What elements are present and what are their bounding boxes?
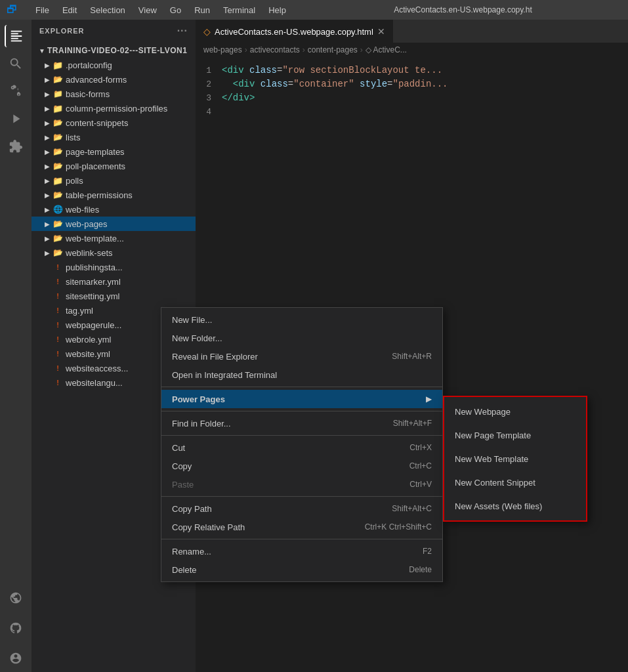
context-menu-reveal-explorer[interactable]: Reveal in File Explorer Shift+Alt+R [161,347,442,366]
label-webpagerule: webpagerule... [66,320,121,330]
copy-shortcut: Ctrl+C [409,461,432,471]
new-web-template-label: New Web Template [455,454,528,464]
context-menu-open-terminal[interactable]: Open in Integrated Terminal [161,366,442,384]
sidebar-more-icon[interactable]: ··· [177,25,188,37]
tree-item-web-pages[interactable]: ▶ 📂 web-pages [31,217,196,231]
submenu-new-assets[interactable]: New Assets (Web files) [444,494,586,518]
search-activity-icon[interactable] [5,52,27,75]
menu-bar: File Edit Selection View Go Run Terminal… [30,4,291,16]
window-title: ActiveContacts.en-US.webpage.copy.ht [304,5,621,14]
menu-run[interactable]: Run [189,4,215,16]
line-content-2: <div class="container" style="paddin... [222,78,628,91]
tree-item-table-permissions[interactable]: ▶ 📂 table-permissions [31,188,196,202]
context-menu-copy-path[interactable]: Copy Path Shift+Alt+C [161,499,442,518]
breadcrumb-part-3: content-pages [308,45,358,54]
label-lists: lists [66,133,80,142]
menu-selection[interactable]: Selection [85,4,130,16]
context-menu-new-folder[interactable]: New Folder... [161,329,442,347]
menu-help[interactable]: Help [263,4,291,16]
context-menu-delete[interactable]: Delete Delete [161,560,442,579]
label-sitesetting: sitesetting.yml [66,291,119,301]
line-content-1: <div class="row sectionBlockLayout te... [222,64,628,77]
folder-basic-forms-icon: 📁 [52,89,63,99]
reveal-explorer-shortcut: Shift+Alt+R [392,352,432,361]
power-pages-label: Power Pages [172,394,225,404]
new-page-template-label: New Page Template [455,430,531,440]
folder-column-permission-icon: 📁 [52,103,63,114]
submenu-new-content-snippet[interactable]: New Content Snippet [444,471,586,494]
menu-go[interactable]: Go [165,4,186,16]
github-activity-icon[interactable] [5,617,27,639]
label-advanced-forms: advanced-forms [66,75,127,85]
delete-label: Delete [172,565,197,575]
tree-item-weblink-sets[interactable]: ▶ 📂 weblink-sets [31,245,196,260]
label-web-files: web-files [66,205,99,215]
label-webrole: webrole.yml [66,335,111,345]
arrow-poll-placements: ▶ [42,161,52,171]
remote-activity-icon[interactable] [5,587,27,609]
folder-portalconfig-icon: 📁 [52,60,63,70]
tree-item-portalconfig[interactable]: ▶ 📁 .portalconfig [31,58,196,72]
context-menu-new-file[interactable]: New File... [161,310,442,329]
power-pages-submenu: New Webpage New Page Template New Web Te… [443,396,587,522]
extensions-activity-icon[interactable] [5,135,27,158]
new-folder-label: New Folder... [172,333,222,343]
context-menu-find-folder[interactable]: Find in Folder... Shift+Alt+F [161,414,442,432]
submenu-new-webpage[interactable]: New Webpage [444,400,586,423]
line-number-4: 4 [196,106,222,118]
explorer-activity-icon[interactable] [5,25,27,47]
tree-item-web-files[interactable]: ▶ 🌐 web-files [31,202,196,217]
code-line-1: 1 <div class="row sectionBlockLayout te.… [196,64,628,77]
tree-item-publishingsta[interactable]: ! publishingsta... [31,260,196,274]
yml-websiteaccess-icon: ! [52,363,63,373]
breadcrumb: web-pages › activecontacts › content-pag… [196,43,628,57]
folder-content-snippets-icon: 📂 [52,117,63,128]
tree-item-advanced-forms[interactable]: ▶ 📂 advanced-forms [31,72,196,87]
editor-tab[interactable]: ◇ ActiveContacts.en-US.webpage.copy.html… [196,20,393,43]
tree-item-content-snippets[interactable]: ▶ 📂 content-snippets [31,116,196,130]
folder-advanced-forms-icon: 📂 [52,74,63,85]
label-table-permissions: table-permissions [66,190,133,200]
run-activity-icon[interactable] [5,108,27,130]
account-activity-icon[interactable] [5,647,27,669]
arrow-web-pages: ▶ [42,219,52,229]
line-number-3: 3 [196,92,222,104]
tab-close-icon[interactable]: ✕ [377,26,385,37]
yml-webrole-icon: ! [52,334,63,345]
context-menu-cut[interactable]: Cut Ctrl+X [161,438,442,457]
tree-item-web-template[interactable]: ▶ 📂 web-template... [31,231,196,245]
tree-item-column-permission-profiles[interactable]: ▶ 📁 column-permission-profiles [31,101,196,116]
context-menu-copy-relative-path[interactable]: Copy Relative Path Ctrl+K Ctrl+Shift+C [161,518,442,536]
tree-item-sitesetting[interactable]: ! sitesetting.yml [31,289,196,303]
submenu-new-web-template[interactable]: New Web Template [444,447,586,471]
source-control-activity-icon[interactable] [5,80,27,102]
copy-label: Copy [172,461,192,471]
explorer-header: EXPLORER ··· [31,20,196,42]
label-portalconfig: .portalconfig [66,60,112,70]
tree-root-item[interactable]: ▼ TRAINING-VIDEO-02---SITE-LVON1 [31,43,196,58]
context-menu-power-pages[interactable]: Power Pages ▶ [161,390,442,408]
context-menu-copy[interactable]: Copy Ctrl+C [161,457,442,475]
menu-edit[interactable]: Edit [57,4,82,16]
context-menu-rename[interactable]: Rename... F2 [161,542,442,560]
tree-item-polls[interactable]: ▶ 📁 polls [31,173,196,188]
tree-item-sitemarker[interactable]: ! sitemarker.yml [31,274,196,289]
power-pages-arrow-icon: ▶ [426,394,432,404]
label-basic-forms: basic-forms [66,89,110,99]
folder-web-pages-icon: 📂 [52,219,63,229]
tree-item-page-templates[interactable]: ▶ 📂 page-templates [31,144,196,159]
title-bar: 🗗 File Edit Selection View Go Run Termin… [0,0,628,20]
tree-item-poll-placements[interactable]: ▶ 📂 poll-placements [31,159,196,173]
arrow-web-files: ▶ [42,204,52,215]
arrow-content-snippets: ▶ [42,117,52,128]
menu-view[interactable]: View [133,4,162,16]
tree-item-basic-forms[interactable]: ▶ 📁 basic-forms [31,87,196,101]
submenu-new-page-template[interactable]: New Page Template [444,423,586,447]
menu-file[interactable]: File [30,4,54,16]
tree-item-lists[interactable]: ▶ 📂 lists [31,130,196,144]
find-folder-label: Find in Folder... [172,419,231,429]
copy-path-shortcut: Shift+Alt+C [392,504,432,513]
arrow-column-permission-profiles: ▶ [42,103,52,114]
folder-page-templates-icon: 📂 [52,146,63,157]
menu-terminal[interactable]: Terminal [218,4,261,16]
